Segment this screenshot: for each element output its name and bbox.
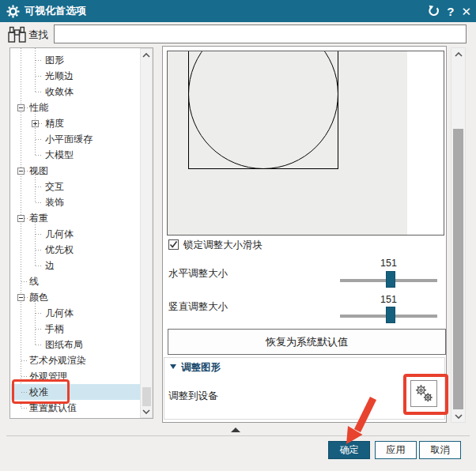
- tree-item-label: 视图: [29, 164, 48, 178]
- tree-scrollbar[interactable]: [140, 48, 153, 418]
- checkmark-icon: [169, 240, 178, 249]
- tree-expand-toggle[interactable]: [17, 104, 25, 111]
- tree-connector: [21, 376, 28, 377]
- adjust-to-device-label: 调整到设备: [168, 390, 218, 403]
- tree-item[interactable]: 大模型: [11, 147, 140, 163]
- tree-item[interactable]: 装饰: [11, 194, 140, 210]
- tree-item[interactable]: 几何体: [11, 226, 140, 242]
- search-input[interactable]: [54, 24, 467, 43]
- collapse-group-icon[interactable]: [170, 364, 176, 369]
- tree-item-label: 大模型: [45, 149, 74, 162]
- tree-item[interactable]: 艺术外观渲染: [11, 352, 140, 368]
- tree-item[interactable]: 图纸布局: [11, 337, 140, 352]
- tree-item[interactable]: 手柄: [11, 321, 140, 337]
- tree-item-label: 小平面缓存: [45, 133, 93, 146]
- ok-button[interactable]: 确定: [328, 441, 370, 459]
- scrollbar-thumb[interactable]: [142, 387, 151, 406]
- apply-button[interactable]: 应用: [375, 441, 417, 459]
- tree-item[interactable]: 交互: [11, 179, 140, 194]
- tree-item-label: 装饰: [45, 196, 64, 209]
- tree-connector: [36, 92, 42, 92]
- tree-item-label: 颜色: [29, 291, 48, 304]
- tree-item[interactable]: 图形: [11, 52, 140, 68]
- annotation-box-device-button: [403, 374, 448, 415]
- reset-icon[interactable]: [427, 5, 440, 17]
- tree-item-label: 收敛体: [45, 85, 74, 99]
- tree-item-label: 线: [29, 275, 39, 288]
- tree-item[interactable]: 线: [11, 273, 140, 289]
- binoculars-icon: [7, 25, 27, 44]
- tree-expand-toggle[interactable]: [17, 215, 25, 222]
- annotation-box-calibration: [12, 379, 70, 404]
- find-label: 查找: [28, 28, 48, 42]
- tree-item-label: 精度: [45, 117, 64, 130]
- tree-item-label: 手柄: [45, 322, 64, 336]
- tree-connector: [21, 360, 28, 361]
- vertical-slider-thumb[interactable]: [386, 307, 395, 323]
- horizontal-resize-label: 水平调整大小: [168, 267, 228, 281]
- tree-item-label: 着重: [29, 212, 48, 225]
- tree-item[interactable]: 几何体: [11, 305, 140, 321]
- tree-connector: [36, 250, 42, 251]
- scroll-up-icon[interactable]: [451, 48, 465, 60]
- tree-item[interactable]: 精度: [11, 115, 140, 131]
- cancel-button[interactable]: 取消: [419, 441, 461, 459]
- title-bar: 可视化首选项 ? ✕: [0, 0, 476, 22]
- vertical-resize-value: 151: [340, 294, 437, 305]
- lock-sliders-label: 锁定调整大小滑块: [183, 239, 263, 252]
- restore-defaults-button[interactable]: 恢复为系统默认值: [168, 329, 446, 355]
- tree-connector: [21, 408, 28, 409]
- tree-item-label: 光顺边: [45, 70, 74, 83]
- vertical-resize-label: 竖直调整大小: [168, 300, 228, 314]
- tree-item-label: 图纸布局: [45, 338, 83, 352]
- tree-item[interactable]: 小平面缓存: [11, 131, 140, 147]
- tree-connector: [21, 281, 28, 282]
- horizontal-resize-value: 151: [340, 258, 437, 269]
- tree-item-label: 边: [45, 259, 55, 273]
- tree-connector: [36, 313, 42, 314]
- tree-expand-toggle[interactable]: [17, 168, 25, 175]
- gear-icon: [6, 5, 20, 18]
- tree-item[interactable]: 着重: [11, 210, 140, 226]
- tree-item[interactable]: 性能: [11, 100, 140, 115]
- tree-connector: [36, 76, 42, 77]
- tree-connector: [36, 139, 42, 140]
- collapse-dialog-icon[interactable]: [231, 428, 240, 432]
- tree-expand-toggle[interactable]: [17, 294, 25, 301]
- tree-connector: [25, 218, 28, 219]
- tree-expand-toggle[interactable]: [32, 120, 39, 127]
- tree-item-label: 图形: [45, 54, 64, 67]
- tree-connector: [25, 297, 28, 298]
- content-scrollbar[interactable]: [451, 47, 466, 423]
- tree-connector: [36, 345, 42, 345]
- scrollbar-thumb[interactable]: [453, 129, 463, 409]
- tree-item[interactable]: 视图: [11, 163, 140, 179]
- tree-connector: [36, 187, 42, 187]
- footer-divider: [6, 435, 470, 436]
- lock-sliders-checkbox[interactable]: [168, 239, 179, 250]
- tree-item[interactable]: 收敛体: [11, 84, 140, 100]
- tree-connector: [25, 107, 28, 108]
- tree-item[interactable]: 颜色: [11, 289, 140, 305]
- tree-connector: [36, 329, 42, 330]
- scroll-down-icon[interactable]: [141, 405, 152, 417]
- tree-item-label: 优先权: [45, 243, 74, 257]
- adjust-graphics-title: 调整图形: [181, 361, 221, 375]
- tree-connector: [36, 266, 42, 266]
- scroll-up-icon[interactable]: [141, 49, 152, 61]
- help-icon[interactable]: ?: [447, 6, 454, 17]
- tree-connector: [39, 123, 43, 124]
- tree-item-label: 性能: [29, 101, 48, 115]
- tree-item-label: 几何体: [45, 228, 74, 241]
- horizontal-slider-thumb[interactable]: [386, 271, 395, 288]
- tree-connector: [25, 171, 28, 171]
- calibration-preview: [167, 51, 444, 236]
- tree-item-label: 几何体: [45, 307, 74, 320]
- tree-item[interactable]: 光顺边: [11, 68, 140, 84]
- visualization-preferences-dialog: { "window": { "title": "可视化首选项", "help_g…: [0, 0, 476, 471]
- tree-item[interactable]: 边: [11, 258, 140, 273]
- close-icon[interactable]: ✕: [461, 6, 471, 17]
- tree-item[interactable]: 优先权: [11, 242, 140, 258]
- scroll-down-icon[interactable]: [451, 410, 465, 422]
- preferences-tree: 图形光顺边收敛体性能精度小平面缓存大模型视图交互装饰着重几何体优先权边线颜色几何…: [9, 47, 153, 419]
